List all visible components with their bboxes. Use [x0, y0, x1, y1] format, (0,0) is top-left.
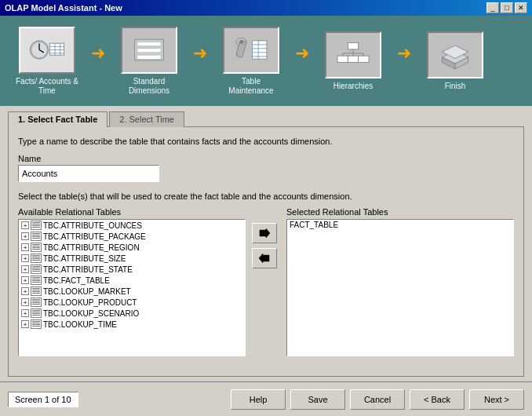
expand-icon[interactable]: +: [21, 287, 29, 295]
step-label-table: TableMaintenance: [228, 77, 273, 96]
list-item[interactable]: + TBC.ATTRIBUTE_REGION: [19, 242, 245, 253]
add-arrow-icon: [258, 228, 271, 239]
step-icon-finish: [427, 31, 483, 78]
step-icon-facts: [19, 27, 75, 74]
expand-icon[interactable]: +: [21, 254, 29, 262]
svg-rect-30: [348, 56, 358, 62]
table-name: TBC.ATTRIBUTE_PACKAGE: [43, 232, 146, 241]
list-item[interactable]: + TBC.ATTRIBUTE_SIZE: [19, 253, 245, 264]
table-name: TBC.ATTRIBUTE_STATE: [43, 265, 133, 274]
svg-rect-13: [137, 55, 161, 59]
table-name: TBC.LOOKUP_MARKET: [43, 287, 131, 296]
screen-info: Screen 1 of 10: [8, 392, 78, 407]
hierarchies-icon-svg: [333, 37, 373, 72]
expand-icon[interactable]: +: [21, 243, 29, 251]
table-name: TBC.ATTRIBUTE_OUNCES: [43, 221, 142, 230]
main-window: Facts/ Accounts &Time ➜ StandardDimensio…: [0, 16, 532, 416]
list-item[interactable]: + TBC.ATTRIBUTE_PACKAGE: [19, 231, 245, 242]
arrow-3: ➜: [295, 43, 309, 64]
bottom-bar: Screen 1 of 10 Help Save Cancel < Back N…: [0, 381, 532, 416]
standard-icon-svg: [129, 32, 169, 68]
step-icon-hierarchies: [325, 31, 381, 78]
wizard-step-table[interactable]: TableMaintenance: [212, 27, 290, 96]
step-icon-standard: [121, 27, 177, 74]
main-panel: Type a name to describe the table that c…: [8, 126, 524, 377]
remove-button[interactable]: [252, 248, 277, 268]
wizard-step-standard[interactable]: StandardDimensions: [110, 27, 188, 96]
table-icon: [31, 254, 42, 263]
table-icon: [31, 243, 42, 252]
list-item[interactable]: + TBC.LOOKUP_TIME: [19, 319, 245, 330]
selected-tables-panel: Selected Relational Tables FACT_TABLE: [286, 207, 514, 356]
table-name: TBC.ATTRIBUTE_REGION: [43, 243, 140, 252]
list-item[interactable]: + TBC.ATTRIBUTE_STATE: [19, 264, 245, 275]
tabs: 1. Select Fact Table 2. Select Time: [8, 111, 524, 126]
svg-rect-11: [137, 42, 161, 46]
expand-icon[interactable]: +: [21, 221, 29, 229]
available-tables-listbox[interactable]: + TBC.ATTRIBUTE_OUNCES + TBC.ATTRIBUTE_P…: [18, 219, 246, 356]
content-area: 1. Select Fact Table 2. Select Time Type…: [0, 106, 532, 381]
table-name: TBC.ATTRIBUTE_SIZE: [43, 254, 126, 263]
wizard-header: Facts/ Accounts &Time ➜ StandardDimensio…: [0, 16, 532, 106]
svg-point-16: [239, 40, 243, 44]
table-icon: [31, 265, 42, 274]
name-label: Name: [18, 154, 514, 163]
list-item[interactable]: + TBC.FACT_TABLE: [19, 275, 245, 286]
wizard-step-hierarchies[interactable]: Hierarchies: [314, 31, 392, 91]
list-item[interactable]: + TBC.LOOKUP_PRODUCT: [19, 297, 245, 308]
expand-icon[interactable]: +: [21, 276, 29, 284]
expand-icon[interactable]: +: [21, 298, 29, 306]
tables-area: Available Relational Tables + TBC.ATTRIB…: [18, 207, 514, 367]
arrow-1: ➜: [91, 43, 105, 64]
back-button[interactable]: < Back: [410, 389, 465, 410]
table-name: TBC.LOOKUP_PRODUCT: [43, 298, 137, 307]
svg-rect-23: [348, 43, 358, 49]
transfer-buttons: [252, 207, 280, 268]
wizard-step-finish[interactable]: Finish: [416, 31, 494, 91]
table-icon: [31, 286, 42, 296]
close-button[interactable]: ✕: [515, 2, 527, 13]
table-icon-svg: [231, 32, 271, 68]
wizard-step-facts[interactable]: Facts/ Accounts &Time: [8, 27, 86, 96]
svg-marker-36: [260, 228, 270, 238]
help-button[interactable]: Help: [231, 389, 286, 410]
table-icon: [31, 276, 42, 285]
available-tables-list: + TBC.ATTRIBUTE_OUNCES + TBC.ATTRIBUTE_P…: [19, 220, 245, 330]
table-icon: [31, 319, 42, 329]
expand-icon[interactable]: +: [21, 265, 29, 273]
add-button[interactable]: [252, 223, 277, 243]
list-item[interactable]: + TBC.LOOKUP_SCENARIO: [19, 308, 245, 319]
selected-list-item[interactable]: FACT_TABLE: [287, 220, 513, 230]
title-bar-buttons: _ □ ✕: [486, 2, 527, 13]
table-icon: [31, 297, 42, 307]
save-button[interactable]: Save: [290, 389, 345, 410]
expand-icon[interactable]: +: [21, 320, 29, 328]
remove-arrow-icon: [258, 253, 271, 264]
minimize-button[interactable]: _: [486, 2, 499, 13]
available-tables-panel: Available Relational Tables + TBC.ATTRIB…: [18, 207, 246, 356]
finish-icon-svg: [435, 37, 475, 72]
arrow-4: ➜: [397, 43, 411, 64]
arrow-2: ➜: [193, 43, 207, 64]
selected-tables-label: Selected Relational Tables: [286, 207, 514, 217]
cancel-button[interactable]: Cancel: [350, 389, 405, 410]
table-name: TBC.FACT_TABLE: [43, 276, 110, 285]
expand-icon[interactable]: +: [21, 309, 29, 317]
table-name: TBC.LOOKUP_TIME: [43, 320, 117, 329]
svg-rect-29: [337, 56, 348, 62]
tab-select-fact-table[interactable]: 1. Select Fact Table: [8, 111, 107, 127]
maximize-button[interactable]: □: [501, 2, 513, 13]
table-icon: [31, 308, 42, 318]
selected-tables-listbox[interactable]: FACT_TABLE: [286, 219, 514, 356]
facts-icon-svg: [27, 32, 67, 68]
selected-tables-list: FACT_TABLE: [287, 220, 513, 230]
step-label-finish: Finish: [445, 82, 466, 91]
expand-icon[interactable]: +: [21, 232, 29, 240]
list-item[interactable]: + TBC.LOOKUP_MARKET: [19, 286, 245, 297]
svg-marker-37: [259, 254, 269, 263]
title-bar: OLAP Model Assistant - New _ □ ✕: [0, 0, 532, 16]
next-button[interactable]: Next >: [469, 389, 524, 410]
list-item[interactable]: + TBC.ATTRIBUTE_OUNCES: [19, 220, 245, 231]
name-input[interactable]: [18, 165, 159, 182]
tab-select-time[interactable]: 2. Select Time: [109, 111, 184, 127]
